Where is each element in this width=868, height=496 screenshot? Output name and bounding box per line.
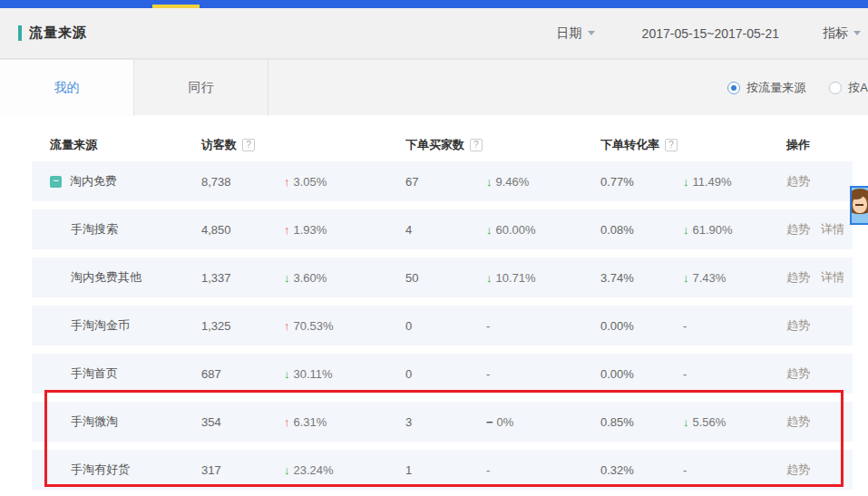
visitors-value: 1,325 bbox=[200, 319, 277, 333]
visitors-delta: 30.11% bbox=[277, 367, 404, 381]
trend-arrow-icon bbox=[284, 415, 290, 429]
buyers-value: 1 bbox=[404, 463, 479, 477]
radio-by-app-label: 按A bbox=[848, 80, 868, 96]
tab-mine[interactable]: 我的 bbox=[0, 60, 134, 116]
buyers-value: 50 bbox=[404, 271, 479, 285]
col-header-conversion: 下单转化率 ? bbox=[599, 137, 785, 153]
trend-link[interactable]: 趋势 bbox=[786, 462, 810, 476]
trend-arrow-icon bbox=[486, 271, 493, 285]
metric-dropdown-label: 指标 bbox=[823, 25, 848, 42]
conversion-value: 0.00% bbox=[599, 319, 676, 333]
help-icon[interactable]: ? bbox=[242, 139, 255, 151]
avatar-bangs bbox=[850, 193, 863, 199]
delta-value: 30.11% bbox=[294, 367, 333, 381]
table-header-row: 流量来源 访客数 ? 下单买家数 ? 下单转化率 ? 操作 bbox=[32, 129, 853, 161]
radio-unselected-icon[interactable] bbox=[829, 82, 842, 94]
avatar-eyes bbox=[855, 204, 863, 206]
buyers-delta: 0% bbox=[479, 415, 599, 429]
radio-by-traffic-source[interactable]: 按流量来源 bbox=[727, 80, 805, 96]
title-accent-bar bbox=[18, 25, 22, 41]
trend-link[interactable]: 趋势 bbox=[786, 222, 810, 236]
collapse-minus-icon[interactable] bbox=[50, 176, 62, 188]
visitors-value: 354 bbox=[200, 415, 277, 429]
trend-link[interactable]: 趋势 bbox=[786, 366, 810, 380]
delta-value: - bbox=[486, 367, 490, 381]
buyers-value: 4 bbox=[404, 223, 479, 237]
conversion-value: 0.32% bbox=[599, 463, 676, 477]
metric-dropdown[interactable]: 指标 bbox=[823, 25, 861, 42]
table-row: 手淘首页 687 30.11% 0 - 0.00% - 趋势 bbox=[32, 354, 853, 394]
buyers-delta: - bbox=[479, 367, 599, 381]
delta-value: 10.71% bbox=[496, 271, 536, 285]
delta-value: - bbox=[683, 319, 687, 333]
source-name: 手淘首页 bbox=[71, 365, 118, 382]
delta-value: - bbox=[486, 463, 490, 477]
date-dropdown[interactable]: 日期 bbox=[557, 25, 595, 42]
col-header-visitors: 访客数 ? bbox=[200, 137, 404, 153]
trend-arrow-icon bbox=[284, 367, 290, 381]
radio-by-traffic-source-label: 按流量来源 bbox=[746, 80, 805, 96]
delta-value: 3.05% bbox=[294, 175, 327, 189]
browser-top-bar bbox=[0, 0, 868, 8]
detail-link[interactable]: 详情 bbox=[821, 222, 844, 236]
col-header-buyers: 下单买家数 ? bbox=[404, 137, 599, 153]
header-controls: 日期 2017-05-15~2017-05-21 指标 bbox=[557, 25, 861, 42]
delta-value: 5.56% bbox=[693, 415, 727, 429]
support-avatar[interactable] bbox=[850, 186, 868, 225]
conversion-delta: 11.49% bbox=[676, 175, 785, 189]
conversion-value: 3.74% bbox=[599, 271, 676, 285]
trend-arrow-icon bbox=[683, 415, 689, 429]
radio-by-app[interactable]: 按A bbox=[829, 80, 868, 96]
trend-arrow-icon bbox=[486, 223, 493, 237]
buyers-value: 3 bbox=[404, 415, 479, 429]
buyers-delta: 9.46% bbox=[479, 175, 599, 189]
trend-arrow-icon bbox=[284, 175, 290, 189]
traffic-source-panel: 流量来源 日期 2017-05-15~2017-05-21 指标 我的 同行 按… bbox=[0, 0, 868, 496]
trend-link[interactable]: 趋势 bbox=[786, 174, 810, 188]
conversion-delta: - bbox=[676, 319, 785, 333]
buyers-value: 0 bbox=[404, 319, 479, 333]
trend-arrow-icon bbox=[284, 271, 290, 285]
help-icon[interactable]: ? bbox=[665, 139, 678, 151]
delta-value: 23.24% bbox=[294, 463, 334, 477]
source-name: 淘内免费 bbox=[70, 173, 117, 190]
detail-link[interactable]: 详情 bbox=[821, 270, 844, 284]
table-row: 淘内免费 8,738 3.05% 67 9.46% 0.77% 11.49% 趋… bbox=[32, 161, 853, 201]
table-row: 手淘有好货 317 23.24% 1 - 0.32% - 趋势 bbox=[32, 450, 853, 490]
buyers-value: 0 bbox=[404, 367, 479, 381]
table-row: 手淘微淘 354 6.31% 3 0% 0.85% 5.56% 趋势 bbox=[32, 402, 853, 442]
delta-value: 1.93% bbox=[294, 223, 327, 237]
buyers-delta: - bbox=[479, 463, 599, 477]
delta-value: 11.49% bbox=[693, 175, 732, 189]
buyers-delta: 10.71% bbox=[479, 271, 599, 285]
help-icon[interactable]: ? bbox=[470, 139, 483, 151]
delta-value: - bbox=[683, 367, 687, 381]
col-header-source: 流量来源 bbox=[32, 137, 200, 153]
col-header-actions: 操作 bbox=[785, 137, 853, 153]
date-dropdown-label: 日期 bbox=[557, 25, 582, 42]
trend-link[interactable]: 趋势 bbox=[786, 270, 810, 284]
visitors-delta: 1.93% bbox=[277, 223, 404, 237]
trend-arrow-icon bbox=[683, 175, 689, 189]
conversion-delta: 5.56% bbox=[676, 415, 785, 429]
radio-selected-icon[interactable] bbox=[727, 82, 740, 94]
trend-link[interactable]: 趋势 bbox=[786, 318, 810, 332]
tab-peers[interactable]: 同行 bbox=[134, 60, 268, 116]
trend-arrow-icon bbox=[284, 463, 290, 477]
chevron-down-icon bbox=[588, 31, 595, 35]
delta-value: 7.43% bbox=[693, 271, 727, 285]
visitors-delta: 23.24% bbox=[277, 463, 404, 477]
source-name: 手淘搜索 bbox=[71, 221, 118, 238]
visitors-delta: 3.05% bbox=[277, 175, 404, 189]
trend-link[interactable]: 趋势 bbox=[786, 414, 810, 428]
source-name: 淘内免费其他 bbox=[71, 269, 141, 286]
table-row: 手淘搜索 4,850 1.93% 4 60.00% 0.08% 61.90% 趋… bbox=[32, 209, 853, 249]
visitors-value: 317 bbox=[200, 463, 277, 477]
trend-arrow-icon bbox=[284, 319, 290, 333]
source-name: 手淘微淘 bbox=[71, 413, 118, 430]
date-range-value[interactable]: 2017-05-15~2017-05-21 bbox=[642, 26, 779, 41]
visitors-value: 4,850 bbox=[200, 223, 277, 237]
buyers-value: 67 bbox=[404, 175, 479, 189]
filter-radio-group: 按流量来源 按A bbox=[268, 60, 868, 115]
delta-value: 3.60% bbox=[294, 271, 327, 285]
